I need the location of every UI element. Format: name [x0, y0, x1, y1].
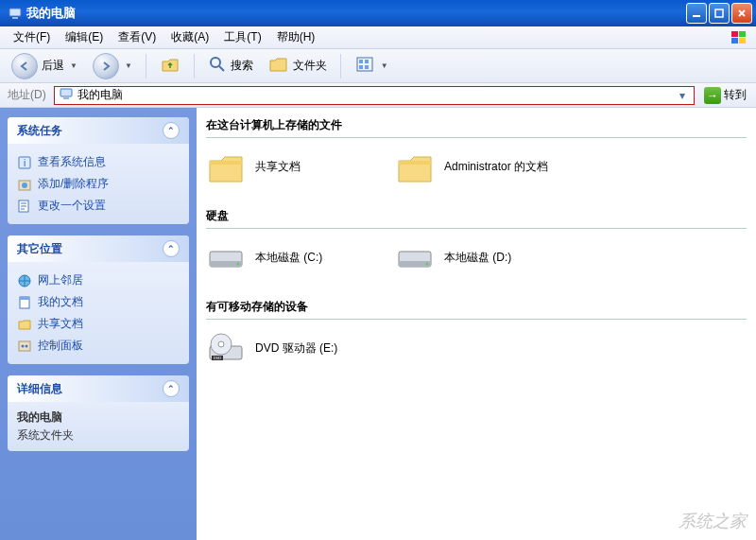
close-button[interactable] [731, 3, 752, 24]
mydocs-icon [17, 295, 32, 310]
svg-rect-1 [12, 17, 18, 19]
title-bar: 我的电脑 [0, 0, 756, 26]
svg-rect-11 [365, 60, 369, 63]
settings-icon [17, 199, 32, 214]
svg-rect-0 [9, 9, 21, 16]
menu-edit[interactable]: 编辑(E) [58, 26, 111, 48]
menu-bar: 文件(F) 编辑(E) 查看(V) 收藏(A) 工具(T) 帮助(H) [0, 26, 756, 49]
task-label: 更改一个设置 [38, 198, 106, 214]
menu-tools[interactable]: 工具(T) [216, 26, 268, 48]
back-label: 后退 [42, 58, 64, 74]
panel-header[interactable]: 详细信息 ⌃ [8, 375, 189, 402]
task-view-system-info[interactable]: i 查看系统信息 [17, 151, 180, 173]
window-controls [686, 3, 752, 24]
folders-icon [268, 55, 289, 77]
detail-title: 我的电脑 [17, 409, 180, 426]
go-arrow-icon: → [704, 87, 721, 104]
address-field[interactable]: 我的电脑 ▾ [54, 86, 695, 105]
chevron-down-icon: ▼ [381, 61, 388, 70]
menu-favorites[interactable]: 收藏(A) [163, 26, 216, 48]
item-dvd-drive-e[interactable]: DVD DVD 驱动器 (E:) [206, 329, 376, 369]
address-bar: 地址(D) 我的电脑 ▾ → 转到 [0, 83, 756, 108]
address-dropdown-icon[interactable]: ▾ [675, 89, 690, 102]
separator [194, 54, 195, 78]
collapse-icon[interactable]: ⌃ [163, 240, 180, 257]
svg-point-32 [426, 263, 429, 266]
hdd-icon [206, 238, 246, 278]
svg-rect-6 [731, 38, 738, 44]
link-my-documents[interactable]: 我的文档 [17, 291, 180, 313]
task-change-setting[interactable]: 更改一个设置 [17, 195, 180, 217]
task-add-remove-programs[interactable]: 添加/删除程序 [17, 173, 180, 195]
up-button[interactable] [154, 51, 186, 80]
minimize-button[interactable] [686, 3, 707, 24]
section-header-removable: 有可移动存储的设备 [206, 295, 747, 320]
my-computer-icon [59, 86, 74, 104]
item-local-disk-c[interactable]: 本地磁盘 (C:) [206, 238, 376, 278]
item-local-disk-d[interactable]: 本地磁盘 (D:) [395, 238, 565, 278]
forward-button[interactable]: ▼ [87, 50, 138, 82]
search-label: 搜索 [231, 58, 253, 74]
svg-rect-5 [739, 31, 746, 37]
hdd-icon [395, 238, 435, 278]
svg-rect-12 [359, 65, 363, 69]
task-label: 查看系统信息 [38, 154, 106, 170]
views-button[interactable]: ▼ [349, 52, 394, 79]
toolbar: 后退 ▼ ▼ 搜索 文件夹 ▼ [0, 49, 756, 83]
svg-rect-13 [365, 65, 369, 69]
controlpanel-icon [17, 339, 32, 354]
panel-system-tasks: 系统任务 ⌃ i 查看系统信息 添加/删除程序 更改一个设置 [8, 117, 189, 224]
svg-rect-23 [20, 297, 29, 300]
address-label: 地址(D) [4, 87, 50, 103]
folder-up-icon [160, 54, 180, 78]
svg-point-19 [22, 183, 27, 188]
back-arrow-icon [11, 53, 38, 79]
svg-rect-14 [60, 89, 72, 96]
folders-button[interactable]: 文件夹 [263, 52, 333, 79]
folder-icon [206, 148, 246, 187]
go-button[interactable]: → 转到 [698, 85, 752, 106]
item-label: DVD 驱动器 (E:) [255, 341, 337, 357]
folders-label: 文件夹 [293, 58, 327, 74]
collapse-icon[interactable]: ⌃ [163, 122, 180, 139]
task-label: 添加/删除程序 [38, 176, 109, 192]
svg-rect-10 [359, 60, 363, 63]
link-label: 控制面板 [38, 338, 83, 354]
windows-flag-icon [730, 29, 750, 46]
separator [146, 54, 146, 78]
forward-arrow-icon [93, 53, 119, 79]
svg-point-26 [26, 344, 28, 347]
tasks-sidebar: 系统任务 ⌃ i 查看系统信息 添加/删除程序 更改一个设置 [0, 108, 197, 540]
go-label: 转到 [724, 87, 747, 103]
item-label: 本地磁盘 (D:) [444, 251, 511, 266]
item-label: Administrator 的文档 [444, 160, 548, 175]
panel-title: 详细信息 [17, 381, 62, 397]
section-header-hdd: 硬盘 [206, 204, 747, 229]
collapse-icon[interactable]: ⌃ [163, 380, 180, 397]
main-pane: 在这台计算机上存储的文件 共享文档 Administrator 的文档 硬盘 本… [197, 108, 756, 540]
search-icon [208, 55, 227, 77]
menu-help[interactable]: 帮助(H) [269, 26, 323, 48]
separator [340, 54, 341, 78]
link-label: 网上邻居 [38, 272, 83, 288]
menu-file[interactable]: 文件(F) [6, 26, 58, 48]
svg-rect-4 [731, 31, 738, 37]
section-header-files: 在这台计算机上存储的文件 [206, 113, 747, 138]
panel-title: 系统任务 [17, 123, 62, 139]
maximize-button[interactable] [709, 3, 730, 24]
link-shared-docs[interactable]: 共享文档 [17, 313, 180, 335]
panel-other-places: 其它位置 ⌃ 网上邻居 我的文档 共享文档 控制面板 [8, 235, 189, 364]
panel-header[interactable]: 其它位置 ⌃ [8, 235, 189, 262]
menu-view[interactable]: 查看(V) [111, 26, 163, 48]
folder-icon [395, 148, 435, 187]
panel-header[interactable]: 系统任务 ⌃ [8, 117, 189, 144]
link-network-places[interactable]: 网上邻居 [17, 270, 180, 291]
item-shared-documents[interactable]: 共享文档 [206, 148, 376, 187]
content-area: 系统任务 ⌃ i 查看系统信息 添加/删除程序 更改一个设置 [0, 108, 756, 540]
dvd-icon: DVD [206, 329, 246, 369]
search-button[interactable]: 搜索 [202, 52, 259, 79]
back-button[interactable]: 后退 ▼ [6, 50, 83, 82]
item-admin-documents[interactable]: Administrator 的文档 [395, 148, 565, 187]
link-control-panel[interactable]: 控制面板 [17, 335, 180, 357]
svg-rect-3 [715, 9, 723, 17]
